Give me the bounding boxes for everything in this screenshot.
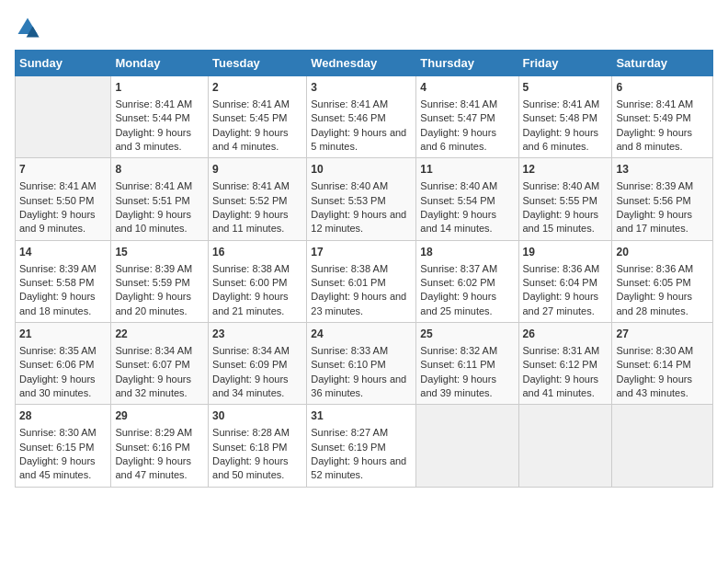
calendar-cell (518, 405, 612, 487)
day-info: 15 Sunrise: 8:39 AM Sunset: 5:59 PM Dayl… (115, 245, 204, 318)
day-info: 13 Sunrise: 8:39 AM Sunset: 5:56 PM Dayl… (616, 162, 709, 236)
daylight-text: Daylight: 9 hours and 41 minutes. (523, 373, 599, 398)
sunrise-text: Sunrise: 8:41 AM (420, 98, 497, 109)
day-number: 14 (19, 245, 107, 260)
sunset-text: Sunset: 5:45 PM (212, 112, 287, 123)
daylight-text: Daylight: 9 hours and 25 minutes. (420, 291, 496, 316)
daylight-text: Daylight: 9 hours and 12 minutes. (311, 209, 406, 234)
sunrise-text: Sunrise: 8:39 AM (115, 263, 192, 274)
daylight-text: Daylight: 9 hours and 10 minutes. (115, 209, 191, 234)
calendar-cell (16, 76, 111, 158)
sunrise-text: Sunrise: 8:41 AM (212, 98, 290, 109)
sunset-text: Sunset: 6:04 PM (523, 277, 597, 288)
sunrise-text: Sunrise: 8:32 AM (420, 345, 497, 356)
day-number: 7 (19, 162, 107, 178)
sunset-text: Sunset: 6:02 PM (420, 277, 495, 288)
daylight-text: Daylight: 9 hours and 4 minutes. (212, 127, 289, 152)
calendar-cell: 9 Sunrise: 8:41 AM Sunset: 5:52 PM Dayli… (209, 158, 307, 240)
sunset-text: Sunset: 5:53 PM (311, 195, 385, 206)
sunset-text: Sunset: 5:50 PM (19, 195, 94, 206)
day-number: 3 (311, 80, 412, 96)
sunrise-text: Sunrise: 8:30 AM (616, 345, 693, 356)
calendar-week-row: 21 Sunrise: 8:35 AM Sunset: 6:06 PM Dayl… (16, 323, 713, 405)
day-info: 29 Sunrise: 8:29 AM Sunset: 6:16 PM Dayl… (115, 408, 204, 482)
daylight-text: Daylight: 9 hours and 52 minutes. (311, 455, 406, 480)
calendar-cell: 20 Sunrise: 8:36 AM Sunset: 6:05 PM Dayl… (612, 240, 713, 322)
day-info: 20 Sunrise: 8:36 AM Sunset: 6:05 PM Dayl… (616, 245, 709, 318)
day-info: 30 Sunrise: 8:28 AM Sunset: 6:18 PM Dayl… (212, 408, 302, 482)
day-info: 6 Sunrise: 8:41 AM Sunset: 5:49 PM Dayli… (616, 80, 709, 154)
day-info: 12 Sunrise: 8:40 AM Sunset: 5:55 PM Dayl… (523, 162, 609, 236)
day-info: 23 Sunrise: 8:34 AM Sunset: 6:09 PM Dayl… (212, 327, 302, 400)
day-number: 15 (115, 245, 204, 260)
day-number: 30 (212, 408, 302, 424)
day-info: 25 Sunrise: 8:32 AM Sunset: 6:11 PM Dayl… (420, 327, 514, 400)
day-number: 12 (523, 162, 609, 178)
day-info: 14 Sunrise: 8:39 AM Sunset: 5:58 PM Dayl… (19, 245, 107, 318)
day-info: 9 Sunrise: 8:41 AM Sunset: 5:52 PM Dayli… (212, 162, 302, 236)
day-info: 11 Sunrise: 8:40 AM Sunset: 5:54 PM Dayl… (420, 162, 514, 236)
calendar-cell: 24 Sunrise: 8:33 AM Sunset: 6:10 PM Dayl… (307, 323, 416, 405)
logo (15, 15, 44, 40)
day-info: 26 Sunrise: 8:31 AM Sunset: 6:12 PM Dayl… (523, 327, 609, 400)
day-number: 2 (212, 80, 302, 96)
sunrise-text: Sunrise: 8:28 AM (212, 427, 290, 438)
daylight-text: Daylight: 9 hours and 5 minutes. (311, 127, 406, 152)
daylight-text: Daylight: 9 hours and 32 minutes. (115, 373, 191, 398)
day-number: 8 (115, 162, 204, 178)
day-info: 4 Sunrise: 8:41 AM Sunset: 5:47 PM Dayli… (420, 80, 514, 154)
daylight-text: Daylight: 9 hours and 28 minutes. (616, 291, 692, 316)
calendar-cell (416, 405, 518, 487)
calendar-week-row: 1 Sunrise: 8:41 AM Sunset: 5:44 PM Dayli… (16, 76, 713, 158)
calendar-cell: 25 Sunrise: 8:32 AM Sunset: 6:11 PM Dayl… (416, 323, 518, 405)
page-header (15, 15, 713, 40)
day-info: 17 Sunrise: 8:38 AM Sunset: 6:01 PM Dayl… (311, 245, 412, 318)
sunrise-text: Sunrise: 8:29 AM (115, 427, 192, 438)
day-info: 27 Sunrise: 8:30 AM Sunset: 6:14 PM Dayl… (616, 327, 709, 400)
daylight-text: Daylight: 9 hours and 15 minutes. (523, 209, 599, 234)
sunrise-text: Sunrise: 8:41 AM (115, 98, 192, 109)
day-number: 22 (115, 327, 204, 342)
day-number: 24 (311, 327, 412, 342)
daylight-text: Daylight: 9 hours and 50 minutes. (212, 455, 289, 480)
sunset-text: Sunset: 6:14 PM (616, 359, 690, 370)
sunset-text: Sunset: 6:09 PM (212, 359, 287, 370)
day-number: 23 (212, 327, 302, 342)
day-number: 1 (115, 80, 204, 96)
weekday-header-saturday: Saturday (612, 51, 713, 76)
weekday-header-wednesday: Wednesday (307, 51, 416, 76)
calendar-cell: 10 Sunrise: 8:40 AM Sunset: 5:53 PM Dayl… (307, 158, 416, 240)
calendar-week-row: 7 Sunrise: 8:41 AM Sunset: 5:50 PM Dayli… (16, 158, 713, 240)
day-info: 2 Sunrise: 8:41 AM Sunset: 5:45 PM Dayli… (212, 80, 302, 154)
sunrise-text: Sunrise: 8:39 AM (19, 263, 97, 274)
sunset-text: Sunset: 6:07 PM (115, 359, 189, 370)
calendar-cell: 7 Sunrise: 8:41 AM Sunset: 5:50 PM Dayli… (16, 158, 111, 240)
day-info: 7 Sunrise: 8:41 AM Sunset: 5:50 PM Dayli… (19, 162, 107, 236)
sunrise-text: Sunrise: 8:30 AM (19, 427, 97, 438)
day-info: 19 Sunrise: 8:36 AM Sunset: 6:04 PM Dayl… (523, 245, 609, 318)
day-number: 10 (311, 162, 412, 178)
calendar-cell: 29 Sunrise: 8:29 AM Sunset: 6:16 PM Dayl… (111, 405, 209, 487)
sunrise-text: Sunrise: 8:37 AM (420, 263, 497, 274)
calendar-header-row: SundayMondayTuesdayWednesdayThursdayFrid… (16, 51, 713, 76)
sunrise-text: Sunrise: 8:41 AM (212, 180, 290, 191)
calendar-cell: 5 Sunrise: 8:41 AM Sunset: 5:48 PM Dayli… (518, 76, 612, 158)
sunset-text: Sunset: 6:00 PM (212, 277, 287, 288)
daylight-text: Daylight: 9 hours and 39 minutes. (420, 373, 496, 398)
calendar-cell: 14 Sunrise: 8:39 AM Sunset: 5:58 PM Dayl… (16, 240, 111, 322)
sunset-text: Sunset: 6:12 PM (523, 359, 597, 370)
sunset-text: Sunset: 5:48 PM (523, 112, 597, 123)
day-number: 26 (523, 327, 609, 342)
calendar-cell: 16 Sunrise: 8:38 AM Sunset: 6:00 PM Dayl… (209, 240, 307, 322)
calendar-cell: 8 Sunrise: 8:41 AM Sunset: 5:51 PM Dayli… (111, 158, 209, 240)
sunrise-text: Sunrise: 8:39 AM (616, 180, 693, 191)
sunset-text: Sunset: 6:06 PM (19, 359, 94, 370)
sunrise-text: Sunrise: 8:34 AM (212, 345, 290, 356)
sunset-text: Sunset: 5:58 PM (19, 277, 94, 288)
daylight-text: Daylight: 9 hours and 30 minutes. (19, 373, 96, 398)
daylight-text: Daylight: 9 hours and 3 minutes. (115, 127, 191, 152)
daylight-text: Daylight: 9 hours and 6 minutes. (420, 127, 496, 152)
day-info: 5 Sunrise: 8:41 AM Sunset: 5:48 PM Dayli… (523, 80, 609, 154)
sunset-text: Sunset: 5:55 PM (523, 195, 597, 206)
sunrise-text: Sunrise: 8:33 AM (311, 345, 388, 356)
